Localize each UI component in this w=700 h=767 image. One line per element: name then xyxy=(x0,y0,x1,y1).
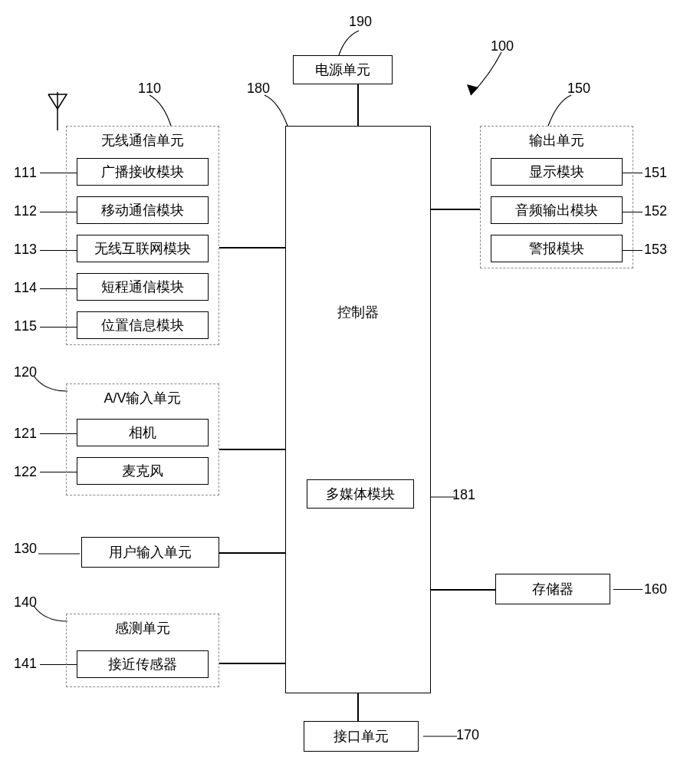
ref-113: 113 xyxy=(14,242,37,258)
leader-180 xyxy=(257,94,295,130)
block-user-input: 用户输入单元 xyxy=(81,537,219,568)
block-mobile-comm: 移动通信模块 xyxy=(77,196,209,224)
block-interface: 接口单元 xyxy=(304,721,419,752)
ref-141: 141 xyxy=(14,656,37,672)
conn-ctrl-output xyxy=(431,209,480,210)
ref-121: 121 xyxy=(14,426,37,442)
ref-130: 130 xyxy=(14,541,37,557)
block-broadcast: 广播接收模块 xyxy=(77,158,209,186)
ref-114: 114 xyxy=(14,280,37,296)
av-title: A/V输入单元 xyxy=(67,389,219,407)
ref-190: 190 xyxy=(349,14,372,30)
conn-sense-ctrl xyxy=(219,663,285,664)
ref-160: 160 xyxy=(644,581,667,597)
block-location: 位置信息模块 xyxy=(77,311,209,339)
block-memory: 存储器 xyxy=(495,574,610,604)
ref-122: 122 xyxy=(14,464,37,480)
block-display: 显示模块 xyxy=(491,158,623,186)
conn-userinput-ctrl xyxy=(219,552,285,554)
ref-112: 112 xyxy=(14,203,37,219)
conn-wireless-ctrl xyxy=(219,247,285,249)
ref-111: 111 xyxy=(14,165,37,181)
block-controller: 控制器 xyxy=(285,126,431,693)
ref-152: 152 xyxy=(644,203,667,219)
leader-130 xyxy=(37,546,83,560)
ref-151: 151 xyxy=(644,165,667,181)
sensing-title: 感测单元 xyxy=(67,619,219,637)
block-power: 电源单元 xyxy=(293,55,393,84)
block-alarm: 警报模块 xyxy=(491,235,623,262)
ref-153: 153 xyxy=(644,242,667,258)
conn-power-ctrl xyxy=(357,84,359,126)
conn-ctrl-interface xyxy=(357,693,359,721)
diagram-canvas: 190 100 110 180 150 111 112 113 114 115 … xyxy=(0,0,700,767)
block-mic: 麦克风 xyxy=(77,457,209,485)
block-proximity: 接近传感器 xyxy=(77,650,209,678)
block-audio-out: 音频输出模块 xyxy=(491,196,623,224)
wireless-title: 无线通信单元 xyxy=(67,131,219,150)
ref-115: 115 xyxy=(14,318,37,334)
block-wireless-net: 无线互联网模块 xyxy=(77,235,209,262)
block-camera: 相机 xyxy=(77,419,209,446)
conn-av-ctrl xyxy=(219,449,285,450)
leader-170 xyxy=(422,730,460,744)
leader-160 xyxy=(613,589,642,590)
leader-100 xyxy=(460,51,521,112)
controller-label: 控制器 xyxy=(337,303,379,321)
conn-ctrl-memory xyxy=(431,589,495,591)
block-multimedia: 多媒体模块 xyxy=(307,479,414,509)
block-short-range: 短程通信模块 xyxy=(77,273,209,301)
leader-150 xyxy=(541,94,579,130)
output-title: 输出单元 xyxy=(481,131,633,150)
